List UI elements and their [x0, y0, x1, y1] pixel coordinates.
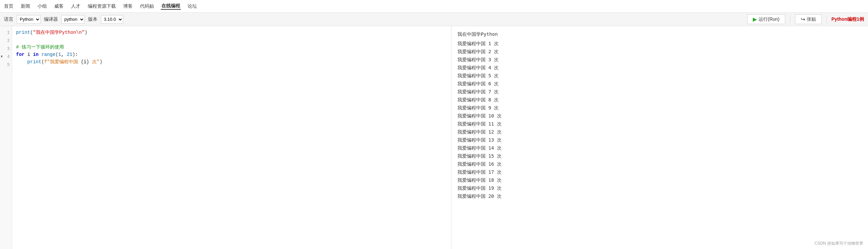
list-item: 我爱编程中国 1 次	[458, 39, 862, 48]
list-item: 我爱编程中国 17 次	[458, 168, 862, 176]
version-label: 版本	[88, 17, 97, 23]
output-lines: 我爱编程中国 1 次我爱编程中国 2 次我爱编程中国 3 次我爱编程中国 4 次…	[458, 39, 862, 200]
nav-news[interactable]: 新闻	[20, 3, 31, 9]
toolbar: 语言 Python 编译器 python 版本 3.10.0 ▶ 运行(Run)…	[0, 13, 868, 26]
list-item: 我爱编程中国 13 次	[458, 136, 862, 144]
lang-label: 语言	[4, 17, 13, 23]
list-item: 我爱编程中国 9 次	[458, 104, 862, 112]
compiler-label: 编译器	[44, 17, 58, 23]
output-pane: 我在中国学Python 我爱编程中国 1 次我爱编程中国 2 次我爱编程中国 3…	[452, 26, 868, 249]
lang-select[interactable]: Python	[17, 15, 40, 24]
nav-codepaste[interactable]: 代码贴	[139, 3, 155, 9]
nav-resources[interactable]: 编程资源下载	[87, 3, 117, 9]
list-item: 我爱编程中国 6 次	[458, 80, 862, 88]
nav-online-coding[interactable]: 在线编程	[161, 3, 181, 10]
footer-credit: CSDN @如果写个动物世界	[814, 241, 863, 246]
list-item: 我爱编程中国 5 次	[458, 72, 862, 80]
list-item: 我爱编程中国 14 次	[458, 144, 862, 152]
list-item: 我爱编程中国 18 次	[458, 176, 862, 184]
compiler-select[interactable]: python	[61, 15, 85, 24]
paste-button[interactable]: ↪ 张贴	[795, 14, 822, 24]
code-content[interactable]: print("我在中国学Python\n") # 练习一下循环的使用 for i…	[12, 26, 451, 249]
list-item: 我爱编程中国 11 次	[458, 120, 862, 128]
nav-blog[interactable]: 博客	[123, 3, 133, 9]
list-item: 我爱编程中国 10 次	[458, 112, 862, 120]
nav-home[interactable]: 首页	[3, 3, 14, 9]
line-numbers: 1 2 3 4 5	[0, 26, 12, 249]
list-item: 我爱编程中国 12 次	[458, 128, 862, 136]
top-nav: 首页 新闻 小组 威客 人才 编程资源下载 博客 代码贴 在线编程 论坛	[0, 0, 868, 13]
list-item: 我爱编程中国 15 次	[458, 152, 862, 160]
nav-weike[interactable]: 威客	[54, 3, 64, 9]
play-icon: ▶	[753, 16, 757, 23]
paste-arrow-icon: ↪	[801, 16, 805, 23]
run-label: 运行(Run)	[758, 17, 780, 23]
list-item: 我爱编程中国 16 次	[458, 160, 862, 168]
nav-group[interactable]: 小组	[37, 3, 48, 9]
run-button[interactable]: ▶ 运行(Run)	[747, 14, 785, 24]
list-item: 我爱编程中国 2 次	[458, 48, 862, 56]
example-title: Python编程1例	[832, 17, 864, 23]
editor-pane: 1 2 3 4 5 print("我在中国学Python\n") # 练习一下循…	[0, 26, 452, 249]
output-first-line: 我在中国学Python	[458, 30, 862, 38]
code-editor[interactable]: 1 2 3 4 5 print("我在中国学Python\n") # 练习一下循…	[0, 26, 451, 249]
nav-talent[interactable]: 人才	[70, 3, 81, 9]
list-item: 我爱编程中国 4 次	[458, 64, 862, 72]
main-area: 1 2 3 4 5 print("我在中国学Python\n") # 练习一下循…	[0, 26, 868, 249]
version-select[interactable]: 3.10.0	[101, 15, 123, 24]
list-item: 我爱编程中国 7 次	[458, 88, 862, 96]
list-item: 我爱编程中国 8 次	[458, 96, 862, 104]
paste-label: 张贴	[807, 17, 816, 23]
list-item: 我爱编程中国 19 次	[458, 184, 862, 192]
list-item: 我爱编程中国 20 次	[458, 192, 862, 200]
list-item: 我爱编程中国 3 次	[458, 56, 862, 64]
nav-forum[interactable]: 论坛	[187, 3, 197, 9]
